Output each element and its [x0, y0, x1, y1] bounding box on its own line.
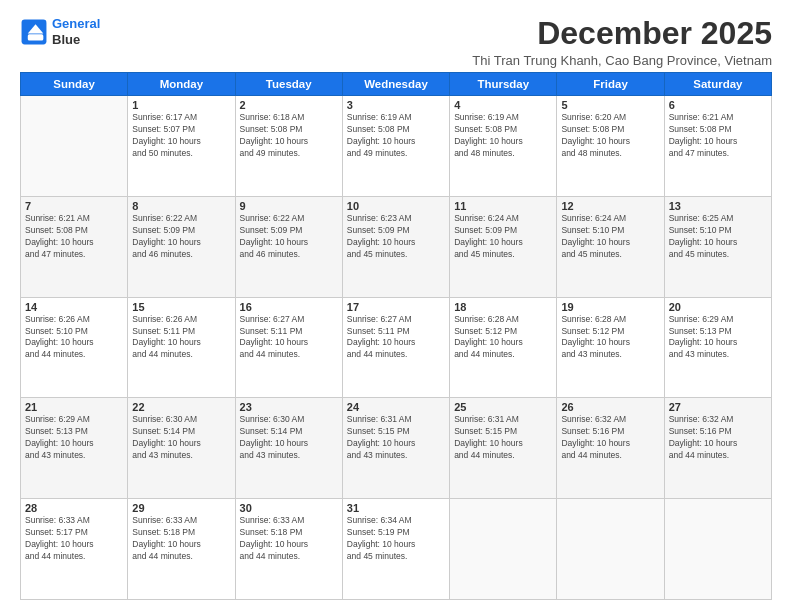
day-number: 9 [240, 200, 338, 212]
calendar-day: 10Sunrise: 6:23 AM Sunset: 5:09 PM Dayli… [342, 196, 449, 297]
day-detail: Sunrise: 6:23 AM Sunset: 5:09 PM Dayligh… [347, 213, 445, 261]
day-number: 15 [132, 301, 230, 313]
calendar-day: 29Sunrise: 6:33 AM Sunset: 5:18 PM Dayli… [128, 499, 235, 600]
day-number: 26 [561, 401, 659, 413]
day-number: 12 [561, 200, 659, 212]
calendar-day: 25Sunrise: 6:31 AM Sunset: 5:15 PM Dayli… [450, 398, 557, 499]
calendar-day: 15Sunrise: 6:26 AM Sunset: 5:11 PM Dayli… [128, 297, 235, 398]
day-detail: Sunrise: 6:28 AM Sunset: 5:12 PM Dayligh… [454, 314, 552, 362]
calendar-day: 21Sunrise: 6:29 AM Sunset: 5:13 PM Dayli… [21, 398, 128, 499]
day-number: 29 [132, 502, 230, 514]
day-detail: Sunrise: 6:26 AM Sunset: 5:10 PM Dayligh… [25, 314, 123, 362]
day-detail: Sunrise: 6:20 AM Sunset: 5:08 PM Dayligh… [561, 112, 659, 160]
day-number: 7 [25, 200, 123, 212]
day-detail: Sunrise: 6:27 AM Sunset: 5:11 PM Dayligh… [347, 314, 445, 362]
day-detail: Sunrise: 6:19 AM Sunset: 5:08 PM Dayligh… [347, 112, 445, 160]
weekday-header-friday: Friday [557, 73, 664, 96]
day-number: 23 [240, 401, 338, 413]
day-number: 20 [669, 301, 767, 313]
calendar-day: 9Sunrise: 6:22 AM Sunset: 5:09 PM Daylig… [235, 196, 342, 297]
weekday-header-sunday: Sunday [21, 73, 128, 96]
day-detail: Sunrise: 6:21 AM Sunset: 5:08 PM Dayligh… [25, 213, 123, 261]
day-number: 5 [561, 99, 659, 111]
calendar-day: 17Sunrise: 6:27 AM Sunset: 5:11 PM Dayli… [342, 297, 449, 398]
calendar-day: 30Sunrise: 6:33 AM Sunset: 5:18 PM Dayli… [235, 499, 342, 600]
weekday-header-tuesday: Tuesday [235, 73, 342, 96]
calendar-week-2: 7Sunrise: 6:21 AM Sunset: 5:08 PM Daylig… [21, 196, 772, 297]
day-number: 22 [132, 401, 230, 413]
day-detail: Sunrise: 6:22 AM Sunset: 5:09 PM Dayligh… [240, 213, 338, 261]
calendar-day: 22Sunrise: 6:30 AM Sunset: 5:14 PM Dayli… [128, 398, 235, 499]
calendar-header: SundayMondayTuesdayWednesdayThursdayFrid… [21, 73, 772, 96]
calendar-week-1: 1Sunrise: 6:17 AM Sunset: 5:07 PM Daylig… [21, 96, 772, 197]
day-number: 27 [669, 401, 767, 413]
day-number: 1 [132, 99, 230, 111]
day-number: 8 [132, 200, 230, 212]
day-detail: Sunrise: 6:26 AM Sunset: 5:11 PM Dayligh… [132, 314, 230, 362]
day-detail: Sunrise: 6:32 AM Sunset: 5:16 PM Dayligh… [561, 414, 659, 462]
day-detail: Sunrise: 6:31 AM Sunset: 5:15 PM Dayligh… [454, 414, 552, 462]
calendar-day: 5Sunrise: 6:20 AM Sunset: 5:08 PM Daylig… [557, 96, 664, 197]
weekday-header-wednesday: Wednesday [342, 73, 449, 96]
calendar-day: 1Sunrise: 6:17 AM Sunset: 5:07 PM Daylig… [128, 96, 235, 197]
calendar-day [450, 499, 557, 600]
day-number: 11 [454, 200, 552, 212]
calendar-body: 1Sunrise: 6:17 AM Sunset: 5:07 PM Daylig… [21, 96, 772, 600]
calendar-week-3: 14Sunrise: 6:26 AM Sunset: 5:10 PM Dayli… [21, 297, 772, 398]
day-detail: Sunrise: 6:29 AM Sunset: 5:13 PM Dayligh… [25, 414, 123, 462]
logo: General Blue [20, 16, 100, 47]
day-detail: Sunrise: 6:24 AM Sunset: 5:10 PM Dayligh… [561, 213, 659, 261]
day-number: 14 [25, 301, 123, 313]
day-detail: Sunrise: 6:32 AM Sunset: 5:16 PM Dayligh… [669, 414, 767, 462]
calendar-day: 6Sunrise: 6:21 AM Sunset: 5:08 PM Daylig… [664, 96, 771, 197]
calendar-day: 18Sunrise: 6:28 AM Sunset: 5:12 PM Dayli… [450, 297, 557, 398]
calendar-day: 28Sunrise: 6:33 AM Sunset: 5:17 PM Dayli… [21, 499, 128, 600]
day-number: 18 [454, 301, 552, 313]
day-detail: Sunrise: 6:30 AM Sunset: 5:14 PM Dayligh… [132, 414, 230, 462]
calendar-day: 12Sunrise: 6:24 AM Sunset: 5:10 PM Dayli… [557, 196, 664, 297]
day-detail: Sunrise: 6:21 AM Sunset: 5:08 PM Dayligh… [669, 112, 767, 160]
day-number: 10 [347, 200, 445, 212]
day-number: 17 [347, 301, 445, 313]
title-block: December 2025 Thi Tran Trung Khanh, Cao … [472, 16, 772, 68]
calendar-day: 27Sunrise: 6:32 AM Sunset: 5:16 PM Dayli… [664, 398, 771, 499]
calendar-day: 16Sunrise: 6:27 AM Sunset: 5:11 PM Dayli… [235, 297, 342, 398]
day-number: 16 [240, 301, 338, 313]
calendar-day: 24Sunrise: 6:31 AM Sunset: 5:15 PM Dayli… [342, 398, 449, 499]
calendar-day: 2Sunrise: 6:18 AM Sunset: 5:08 PM Daylig… [235, 96, 342, 197]
day-number: 30 [240, 502, 338, 514]
page: General Blue December 2025 Thi Tran Trun… [0, 0, 792, 612]
day-detail: Sunrise: 6:18 AM Sunset: 5:08 PM Dayligh… [240, 112, 338, 160]
day-number: 6 [669, 99, 767, 111]
location-subtitle: Thi Tran Trung Khanh, Cao Bang Province,… [472, 53, 772, 68]
calendar-day [664, 499, 771, 600]
calendar-day: 26Sunrise: 6:32 AM Sunset: 5:16 PM Dayli… [557, 398, 664, 499]
calendar-week-5: 28Sunrise: 6:33 AM Sunset: 5:17 PM Dayli… [21, 499, 772, 600]
weekday-header-saturday: Saturday [664, 73, 771, 96]
day-number: 28 [25, 502, 123, 514]
calendar-day: 7Sunrise: 6:21 AM Sunset: 5:08 PM Daylig… [21, 196, 128, 297]
weekday-header-monday: Monday [128, 73, 235, 96]
day-number: 24 [347, 401, 445, 413]
calendar-day: 3Sunrise: 6:19 AM Sunset: 5:08 PM Daylig… [342, 96, 449, 197]
header: General Blue December 2025 Thi Tran Trun… [20, 16, 772, 68]
day-number: 13 [669, 200, 767, 212]
day-detail: Sunrise: 6:31 AM Sunset: 5:15 PM Dayligh… [347, 414, 445, 462]
day-detail: Sunrise: 6:33 AM Sunset: 5:17 PM Dayligh… [25, 515, 123, 563]
day-number: 4 [454, 99, 552, 111]
calendar: SundayMondayTuesdayWednesdayThursdayFrid… [20, 72, 772, 600]
calendar-week-4: 21Sunrise: 6:29 AM Sunset: 5:13 PM Dayli… [21, 398, 772, 499]
weekday-row: SundayMondayTuesdayWednesdayThursdayFrid… [21, 73, 772, 96]
day-number: 3 [347, 99, 445, 111]
month-title: December 2025 [472, 16, 772, 51]
day-detail: Sunrise: 6:27 AM Sunset: 5:11 PM Dayligh… [240, 314, 338, 362]
day-detail: Sunrise: 6:30 AM Sunset: 5:14 PM Dayligh… [240, 414, 338, 462]
calendar-day: 19Sunrise: 6:28 AM Sunset: 5:12 PM Dayli… [557, 297, 664, 398]
svg-rect-2 [28, 34, 44, 40]
logo-text: General Blue [52, 16, 100, 47]
calendar-day: 4Sunrise: 6:19 AM Sunset: 5:08 PM Daylig… [450, 96, 557, 197]
logo-icon [20, 18, 48, 46]
calendar-day: 8Sunrise: 6:22 AM Sunset: 5:09 PM Daylig… [128, 196, 235, 297]
calendar-day: 20Sunrise: 6:29 AM Sunset: 5:13 PM Dayli… [664, 297, 771, 398]
day-number: 21 [25, 401, 123, 413]
